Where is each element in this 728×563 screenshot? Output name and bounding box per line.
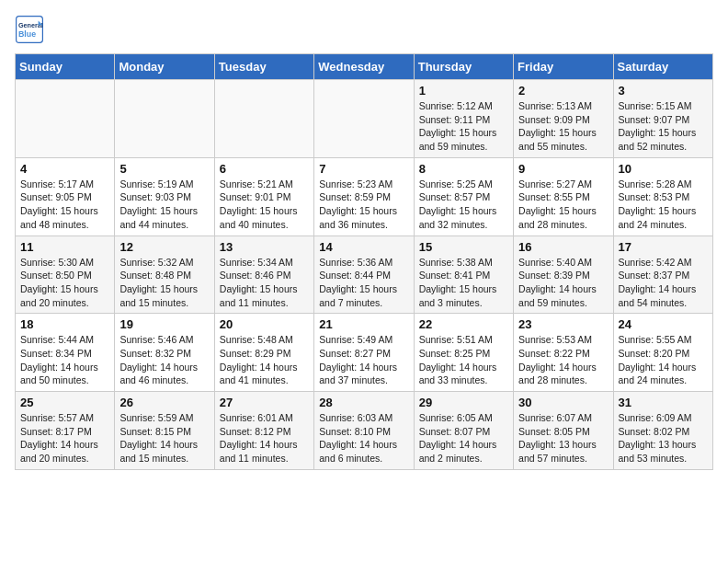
day-info: Sunrise: 5:59 AM Sunset: 8:15 PM Dayligh… — [119, 411, 209, 465]
calendar-cell: 25Sunrise: 5:57 AM Sunset: 8:17 PM Dayli… — [16, 392, 115, 470]
calendar-cell: 3Sunrise: 5:15 AM Sunset: 9:07 PM Daylig… — [613, 80, 712, 158]
day-number: 10 — [619, 162, 708, 176]
day-number: 31 — [619, 396, 708, 409]
calendar-cell: 1Sunrise: 5:12 AM Sunset: 9:11 PM Daylig… — [414, 80, 513, 158]
day-number: 22 — [419, 317, 508, 331]
day-number: 11 — [20, 240, 109, 254]
calendar-cell: 21Sunrise: 5:49 AM Sunset: 8:27 PM Dayli… — [314, 314, 414, 392]
calendar-cell: 5Sunrise: 5:19 AM Sunset: 9:03 PM Daylig… — [115, 157, 214, 236]
day-number: 16 — [518, 240, 608, 254]
calendar-table: SundayMondayTuesdayWednesdayThursdayFrid… — [15, 53, 713, 470]
calendar-cell: 26Sunrise: 5:59 AM Sunset: 8:15 PM Dayli… — [115, 392, 214, 470]
calendar-cell — [214, 80, 313, 158]
calendar-week-row: 18Sunrise: 5:44 AM Sunset: 8:34 PM Dayli… — [16, 314, 713, 392]
day-info: Sunrise: 5:27 AM Sunset: 8:55 PM Dayligh… — [518, 178, 608, 232]
day-info: Sunrise: 5:53 AM Sunset: 8:22 PM Dayligh… — [518, 333, 608, 387]
day-info: Sunrise: 5:46 AM Sunset: 8:32 PM Dayligh… — [119, 333, 209, 387]
day-info: Sunrise: 5:40 AM Sunset: 8:39 PM Dayligh… — [518, 256, 608, 310]
calendar-week-row: 11Sunrise: 5:30 AM Sunset: 8:50 PM Dayli… — [16, 236, 713, 314]
day-number: 7 — [319, 162, 408, 176]
calendar-cell: 16Sunrise: 5:40 AM Sunset: 8:39 PM Dayli… — [514, 236, 613, 314]
day-number: 2 — [518, 84, 608, 98]
day-number: 5 — [119, 162, 209, 176]
day-info: Sunrise: 5:21 AM Sunset: 9:01 PM Dayligh… — [220, 178, 309, 232]
day-number: 1 — [419, 84, 508, 98]
day-number: 14 — [319, 240, 408, 254]
day-info: Sunrise: 5:57 AM Sunset: 8:17 PM Dayligh… — [20, 411, 109, 465]
day-info: Sunrise: 5:12 AM Sunset: 9:11 PM Dayligh… — [419, 99, 508, 154]
day-number: 15 — [419, 240, 508, 254]
day-number: 17 — [619, 240, 708, 254]
calendar-cell: 11Sunrise: 5:30 AM Sunset: 8:50 PM Dayli… — [16, 236, 115, 314]
calendar-cell: 31Sunrise: 6:09 AM Sunset: 8:02 PM Dayli… — [613, 392, 712, 470]
svg-text:Blue: Blue — [18, 29, 36, 39]
calendar-cell: 23Sunrise: 5:53 AM Sunset: 8:22 PM Dayli… — [514, 314, 613, 392]
calendar-cell: 22Sunrise: 5:51 AM Sunset: 8:25 PM Dayli… — [414, 314, 513, 392]
day-number: 21 — [319, 317, 408, 331]
calendar-cell: 2Sunrise: 5:13 AM Sunset: 9:09 PM Daylig… — [514, 80, 613, 158]
day-info: Sunrise: 5:15 AM Sunset: 9:07 PM Dayligh… — [619, 99, 708, 154]
day-info: Sunrise: 5:51 AM Sunset: 8:25 PM Dayligh… — [419, 333, 508, 387]
day-number: 4 — [20, 162, 109, 176]
calendar-cell — [314, 80, 414, 158]
calendar-cell — [16, 80, 115, 158]
day-info: Sunrise: 5:34 AM Sunset: 8:46 PM Dayligh… — [220, 256, 309, 310]
weekday-header: Friday — [514, 54, 613, 80]
day-info: Sunrise: 5:38 AM Sunset: 8:41 PM Dayligh… — [419, 256, 508, 310]
calendar-cell: 7Sunrise: 5:23 AM Sunset: 8:59 PM Daylig… — [314, 157, 414, 236]
day-number: 13 — [220, 240, 309, 254]
weekday-header: Saturday — [613, 54, 712, 80]
calendar-cell: 24Sunrise: 5:55 AM Sunset: 8:20 PM Dayli… — [613, 314, 712, 392]
day-info: Sunrise: 6:09 AM Sunset: 8:02 PM Dayligh… — [619, 411, 708, 465]
day-info: Sunrise: 5:17 AM Sunset: 9:05 PM Dayligh… — [20, 178, 109, 232]
calendar-cell: 6Sunrise: 5:21 AM Sunset: 9:01 PM Daylig… — [214, 157, 313, 236]
day-number: 24 — [619, 317, 708, 331]
day-info: Sunrise: 5:19 AM Sunset: 9:03 PM Dayligh… — [119, 178, 209, 232]
day-number: 8 — [419, 162, 508, 176]
day-number: 29 — [419, 396, 508, 409]
day-info: Sunrise: 5:13 AM Sunset: 9:09 PM Dayligh… — [518, 99, 608, 154]
page-header: General Blue — [15, 15, 713, 44]
calendar-cell: 13Sunrise: 5:34 AM Sunset: 8:46 PM Dayli… — [214, 236, 313, 314]
weekday-header: Tuesday — [214, 54, 313, 80]
day-number: 9 — [518, 162, 608, 176]
calendar-cell: 10Sunrise: 5:28 AM Sunset: 8:53 PM Dayli… — [613, 157, 712, 236]
calendar-cell: 4Sunrise: 5:17 AM Sunset: 9:05 PM Daylig… — [16, 157, 115, 236]
logo: General Blue — [15, 15, 48, 44]
calendar-cell: 8Sunrise: 5:25 AM Sunset: 8:57 PM Daylig… — [414, 157, 513, 236]
calendar-cell: 19Sunrise: 5:46 AM Sunset: 8:32 PM Dayli… — [115, 314, 214, 392]
weekday-header: Sunday — [16, 54, 115, 80]
calendar-cell: 17Sunrise: 5:42 AM Sunset: 8:37 PM Dayli… — [613, 236, 712, 314]
day-info: Sunrise: 5:25 AM Sunset: 8:57 PM Dayligh… — [419, 178, 508, 232]
day-number: 19 — [119, 317, 209, 331]
weekday-header: Monday — [115, 54, 214, 80]
day-info: Sunrise: 5:36 AM Sunset: 8:44 PM Dayligh… — [319, 256, 408, 310]
calendar-cell — [115, 80, 214, 158]
day-number: 3 — [619, 84, 708, 98]
day-number: 6 — [220, 162, 309, 176]
day-number: 18 — [20, 317, 109, 331]
day-number: 23 — [518, 317, 608, 331]
day-number: 20 — [220, 317, 309, 331]
calendar-cell: 14Sunrise: 5:36 AM Sunset: 8:44 PM Dayli… — [314, 236, 414, 314]
day-number: 28 — [319, 396, 408, 409]
day-info: Sunrise: 5:30 AM Sunset: 8:50 PM Dayligh… — [20, 256, 109, 310]
day-info: Sunrise: 6:03 AM Sunset: 8:10 PM Dayligh… — [319, 411, 408, 465]
weekday-header-row: SundayMondayTuesdayWednesdayThursdayFrid… — [16, 54, 713, 80]
calendar-cell: 28Sunrise: 6:03 AM Sunset: 8:10 PM Dayli… — [314, 392, 414, 470]
day-info: Sunrise: 5:49 AM Sunset: 8:27 PM Dayligh… — [319, 333, 408, 387]
day-info: Sunrise: 6:07 AM Sunset: 8:05 PM Dayligh… — [518, 411, 608, 465]
logo-icon: General Blue — [15, 15, 44, 44]
day-info: Sunrise: 5:44 AM Sunset: 8:34 PM Dayligh… — [20, 333, 109, 387]
calendar-cell: 29Sunrise: 6:05 AM Sunset: 8:07 PM Dayli… — [414, 392, 513, 470]
day-number: 25 — [20, 396, 109, 409]
calendar-cell: 15Sunrise: 5:38 AM Sunset: 8:41 PM Dayli… — [414, 236, 513, 314]
day-info: Sunrise: 6:05 AM Sunset: 8:07 PM Dayligh… — [419, 411, 508, 465]
day-info: Sunrise: 5:48 AM Sunset: 8:29 PM Dayligh… — [220, 333, 309, 387]
calendar-cell: 18Sunrise: 5:44 AM Sunset: 8:34 PM Dayli… — [16, 314, 115, 392]
day-info: Sunrise: 5:55 AM Sunset: 8:20 PM Dayligh… — [619, 333, 708, 387]
day-info: Sunrise: 5:32 AM Sunset: 8:48 PM Dayligh… — [119, 256, 209, 310]
calendar-cell: 27Sunrise: 6:01 AM Sunset: 8:12 PM Dayli… — [214, 392, 313, 470]
day-info: Sunrise: 5:23 AM Sunset: 8:59 PM Dayligh… — [319, 178, 408, 232]
weekday-header: Thursday — [414, 54, 513, 80]
